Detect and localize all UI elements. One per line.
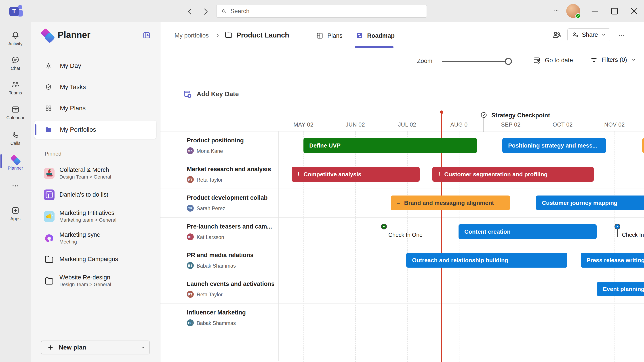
milestone-pin[interactable]	[381, 224, 387, 229]
pinned-item[interactable]: Marketing Campaigns	[31, 251, 160, 268]
user-avatar[interactable]	[566, 4, 580, 18]
row-separator	[160, 303, 644, 304]
task-bar[interactable]	[642, 138, 644, 153]
rail-item-label: Planner	[8, 166, 23, 171]
month-gridline	[304, 131, 304, 362]
name-column-border	[278, 131, 279, 361]
nav-forward-button[interactable]	[201, 7, 210, 16]
assignee-name: Sarah Perez	[197, 205, 225, 211]
share-button[interactable]: Share	[567, 28, 610, 41]
rail-item-label: Chat	[11, 66, 20, 71]
pinned-item-title: Marketing Campaigns	[60, 256, 118, 263]
nav-back-button[interactable]	[185, 7, 195, 16]
task-bar[interactable]: Press release writing	[581, 253, 644, 268]
sidebar-item-my-tasks[interactable]: My Tasks	[34, 78, 156, 96]
breadcrumb-chevron-icon	[215, 33, 220, 38]
pinned-item-title: Marketing Intitiatives	[60, 209, 114, 216]
today-marker-dot	[440, 111, 443, 114]
task-bar[interactable]: Event planning	[597, 282, 644, 296]
rail-item-more[interactable]	[0, 181, 31, 190]
tab-roadmap[interactable]: Roadmap	[356, 28, 394, 43]
maximize-button[interactable]	[609, 6, 620, 16]
header-more-button[interactable]	[616, 31, 627, 39]
phone-icon	[11, 130, 20, 140]
row-separator	[160, 361, 644, 361]
search-input[interactable]	[230, 8, 422, 15]
tab-plans[interactable]: Plans	[316, 28, 342, 43]
pinned-item[interactable]: Marketing IntitiativesMarketing team > G…	[31, 208, 160, 225]
folder-filled-icon	[45, 126, 52, 134]
task-name[interactable]: Product development collab	[187, 194, 268, 201]
rail-item-activity[interactable]: Activity	[0, 31, 31, 46]
checkpoint-check-icon[interactable]	[480, 111, 487, 119]
app-rail: ActivityChatTeamsCalendarCallsPlannerApp…	[0, 22, 31, 362]
checkpoint-label: Strategy Checkpoint	[492, 112, 550, 119]
search-bar[interactable]	[216, 5, 427, 18]
pinned-item[interactable]: Marketing syncMeeting	[31, 230, 160, 247]
rail-item-teams[interactable]: Teams	[0, 80, 31, 96]
task-bar[interactable]: Positioning strategy and mess...	[502, 138, 606, 153]
task-bar[interactable]: !Customer segmentation and profiling	[432, 167, 594, 182]
sun-icon	[45, 62, 52, 70]
month-gridline	[511, 131, 511, 362]
breadcrumb[interactable]: My portfolios	[174, 32, 209, 39]
sidebar-item-my-day[interactable]: My Day	[34, 57, 156, 75]
assignee-name: Reta Taylor	[197, 292, 222, 298]
task-bar[interactable]: Define UVP	[304, 138, 477, 153]
task-name[interactable]: Influencer Marketing	[187, 309, 246, 316]
sidebar-item-my-portfolios[interactable]: My Portfolios	[34, 121, 156, 139]
task-bar[interactable]: –Brand and messaging alignment	[391, 195, 510, 210]
task-name[interactable]: Market research and analysis	[187, 166, 271, 173]
books-icon	[44, 168, 54, 179]
task-bar-label: Define UVP	[309, 142, 340, 149]
sidebar-item-my-plans[interactable]: My Plans	[34, 99, 156, 117]
assignee-avatar: MK	[187, 147, 194, 154]
roadmap-icon	[356, 32, 364, 40]
timeline-month-label: JUL 02	[388, 121, 426, 128]
chat-icon	[11, 55, 20, 65]
milestone-pin[interactable]	[614, 224, 620, 229]
collapse-sidebar-button[interactable]	[142, 31, 151, 40]
rail-item-calls[interactable]: Calls	[0, 130, 31, 146]
checkpoint-connector	[484, 118, 484, 132]
members-button[interactable]	[552, 30, 562, 40]
task-name[interactable]: Pre-launch teasers and cam...	[187, 223, 272, 230]
priority-icon: –	[397, 199, 400, 206]
new-plan-label: New plan	[59, 344, 136, 351]
rail-item-chat[interactable]: Chat	[0, 55, 31, 71]
rail-item-planner[interactable]: Planner	[0, 155, 31, 171]
pinned-item[interactable]: Website Re-designDesign Team > General	[31, 273, 160, 289]
close-button[interactable]	[629, 6, 640, 16]
rail-item-apps[interactable]: Apps	[0, 206, 31, 221]
rail-item-label: Activity	[8, 41, 22, 46]
pinned-item[interactable]: Daniela’s to do list	[31, 186, 160, 203]
task-bar[interactable]: Customer journey mapping	[536, 195, 644, 210]
chevron-down-icon[interactable]	[140, 344, 146, 351]
board-icon	[44, 189, 54, 200]
minimize-button[interactable]	[590, 6, 600, 16]
search-icon	[220, 8, 227, 14]
teams-window: T ActivityChatTeamsCalendarCallsPlannerA…	[0, 0, 644, 362]
active-indicator	[0, 154, 2, 168]
portfolio-header: My portfolios Product Launch Plans Roadm…	[160, 22, 644, 49]
rail-item-calendar[interactable]: Calendar	[0, 105, 31, 120]
task-name[interactable]: PR and media relations	[187, 252, 254, 259]
pinned-item[interactable]: Collateral & MerchDesign Team > General	[31, 165, 160, 182]
new-plan-button[interactable]: New plan	[41, 341, 150, 355]
share-person-icon	[572, 31, 579, 38]
task-name[interactable]: Launch events and activations	[187, 281, 274, 287]
calendar-icon	[11, 105, 20, 114]
month-gridline	[459, 131, 460, 362]
rail-item-label: Calendar	[6, 115, 24, 120]
month-gridline	[355, 131, 356, 362]
assignee-avatar: BS	[187, 319, 194, 326]
task-bar[interactable]: !Competitive analysis	[292, 167, 420, 182]
task-bar[interactable]: Outreach and relationship building	[406, 253, 567, 268]
folder-icon	[44, 276, 54, 286]
assignee-name: Mona Kane	[197, 148, 223, 154]
task-bar[interactable]: Content creation	[458, 224, 597, 239]
task-name[interactable]: Product positioning	[187, 137, 244, 144]
active-tab-indicator	[355, 46, 394, 48]
roadmap-canvas: MAY 02JUN 02JUL 02AUG 0SEP 02OCT 02NOV 0…	[160, 22, 644, 362]
more-options-button[interactable]	[550, 6, 563, 15]
